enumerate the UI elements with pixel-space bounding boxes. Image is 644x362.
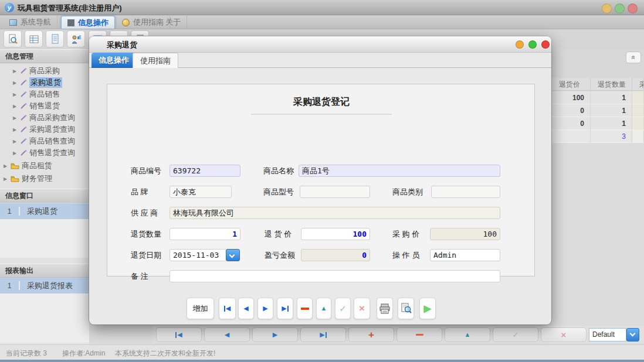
run-report-button[interactable]: ▶ xyxy=(419,298,436,319)
expander-icon[interactable]: ▶ xyxy=(13,151,18,156)
window-minimize-button[interactable] xyxy=(602,4,612,13)
tree-item[interactable]: ▶ 商品采购 xyxy=(13,65,60,77)
prev-record-button[interactable]: ◀ xyxy=(238,298,254,319)
toolbar-table-button[interactable] xyxy=(25,30,43,47)
expander-icon[interactable]: ▶ xyxy=(13,115,18,121)
post-button[interactable]: ✓ xyxy=(335,298,351,319)
tree-item[interactable]: ▶ 商品采购查询 xyxy=(13,112,75,124)
cancel-edit-button[interactable]: × xyxy=(354,298,370,319)
grid-cell-clipped[interactable] xyxy=(632,117,644,130)
window-maximize-button[interactable] xyxy=(615,4,625,13)
nav-delete-button[interactable] xyxy=(396,327,442,342)
model-field[interactable] xyxy=(300,186,370,198)
next-icon: ▶ xyxy=(263,305,267,312)
window-close-button[interactable] xyxy=(628,4,638,13)
tree-item-folder[interactable]: ▶ 商品租赁 xyxy=(4,160,52,172)
preset-dropdown-button[interactable] xyxy=(626,328,639,341)
brand-field[interactable] xyxy=(170,186,232,198)
tree-item-selected[interactable]: ▶ 采购退货 xyxy=(13,77,62,88)
print-button[interactable] xyxy=(377,298,393,319)
next-record-button[interactable]: ▶ xyxy=(257,298,273,319)
dialog-maximize-button[interactable] xyxy=(528,40,537,49)
info-window-row[interactable]: 1 采购退货 xyxy=(0,203,89,219)
expander-icon[interactable]: ▶ xyxy=(13,127,18,132)
expander-icon[interactable]: ▶ xyxy=(13,80,18,86)
tab-info-operation[interactable]: 信息操作 xyxy=(61,16,115,29)
tab-system-nav[interactable]: 系统导航 xyxy=(4,16,57,29)
purchase-price-field[interactable] xyxy=(430,228,500,240)
form-title: 采购退货登记 xyxy=(107,96,535,108)
toolbar-preview-search-button[interactable] xyxy=(4,30,22,47)
dialog-minimize-button[interactable] xyxy=(516,40,524,49)
toolbar-document-button[interactable] xyxy=(46,30,64,47)
profit-loss-field[interactable] xyxy=(301,249,370,261)
dialog-title: 采购退货 xyxy=(107,40,137,50)
app-title: 玩具租赁管理系统(非注册用户) xyxy=(18,3,122,13)
dialog-tab-bar: 信息操作 使用指南 xyxy=(89,53,551,68)
toolbar-person-report-button[interactable] xyxy=(67,30,85,47)
grid-cell-clipped[interactable] xyxy=(632,91,644,104)
tool-icon xyxy=(20,114,27,121)
delete-record-button[interactable] xyxy=(297,298,313,319)
product-name-field[interactable] xyxy=(299,165,500,177)
expander-icon[interactable]: ▶ xyxy=(4,163,8,169)
grid-icon xyxy=(67,19,74,26)
tab-about[interactable]: 关于 xyxy=(160,16,187,29)
return-price-field[interactable] xyxy=(301,228,370,240)
label-operator: 操 作 员 xyxy=(392,249,419,261)
collapse-panel-button[interactable]: « xyxy=(626,52,641,63)
expander-icon[interactable]: ▶ xyxy=(13,104,18,109)
preset-select[interactable]: Default xyxy=(589,328,626,341)
dialog-tab-user-guide[interactable]: 使用指南 xyxy=(133,53,178,68)
nav-prev-button[interactable]: ◀ xyxy=(204,327,250,342)
operator-field[interactable] xyxy=(430,249,500,261)
tree-item[interactable]: ▶ 销售退货查询 xyxy=(13,147,75,159)
first-record-button[interactable]: ◀ xyxy=(219,298,236,319)
expander-icon[interactable]: ▶ xyxy=(13,139,18,144)
label-remark: 备 注 xyxy=(131,270,148,282)
print-preview-button[interactable] xyxy=(398,298,414,319)
top-record-button[interactable]: ▲ xyxy=(316,298,331,319)
expander-icon[interactable]: ▶ xyxy=(13,69,18,74)
last-record-button[interactable]: ▶ xyxy=(277,298,293,319)
nav-next-button[interactable]: ▶ xyxy=(252,327,298,342)
add-button[interactable]: 增加 xyxy=(187,298,214,319)
product-code-field[interactable] xyxy=(170,165,240,177)
grid-cell[interactable]: 0 xyxy=(552,104,591,117)
purchase-return-dialog: 采购退货 信息操作 使用指南 采购退货登记 商品编号 商品名称 品 牌 商品型号… xyxy=(89,36,551,325)
tree-item[interactable]: ▶ 商品销售 xyxy=(13,88,60,100)
tool-icon xyxy=(20,79,27,86)
grid-cell[interactable]: 1 xyxy=(591,91,632,104)
grid-col-header[interactable]: 退货数量 xyxy=(591,78,632,91)
tool-icon xyxy=(20,103,27,110)
report-row[interactable]: 1 采购退货报表 xyxy=(0,278,89,293)
nav-add-button[interactable]: + xyxy=(348,327,394,342)
dialog-close-button[interactable] xyxy=(541,40,550,49)
remark-field[interactable] xyxy=(170,270,500,282)
tree-item[interactable]: ▶ 商品销售查询 xyxy=(13,135,75,147)
nav-cancel-button[interactable]: × xyxy=(541,327,587,342)
grid-cell[interactable]: 100 xyxy=(552,91,591,104)
expander-icon[interactable]: ▶ xyxy=(4,176,8,182)
grid-col-header-clipped[interactable]: 采购价 xyxy=(632,78,644,91)
tree-item[interactable]: ▶ 销售退货 xyxy=(13,100,60,112)
grid-cell[interactable]: 1 xyxy=(591,104,632,117)
nav-last-button[interactable]: ▶ xyxy=(300,327,346,342)
grid-cell[interactable]: 0 xyxy=(552,117,591,130)
dialog-tab-info-operation[interactable]: 信息操作 xyxy=(91,53,136,68)
grid-col-header[interactable]: 退货价 xyxy=(552,78,591,91)
grid-cell[interactable]: 1 xyxy=(591,117,632,130)
grid-cell-clipped[interactable] xyxy=(632,104,644,117)
supplier-field[interactable] xyxy=(170,207,500,219)
nav-top-button[interactable]: ▲ xyxy=(445,327,490,342)
expander-icon[interactable]: ▶ xyxy=(13,92,18,97)
date-dropdown-button[interactable] xyxy=(226,249,240,261)
tree-item[interactable]: ▶ 采购退货查询 xyxy=(13,124,75,135)
category-field[interactable] xyxy=(431,186,500,198)
tool-icon xyxy=(20,149,27,156)
tree-item-folder[interactable]: ▶ 财务管理 xyxy=(4,173,52,185)
nav-confirm-button[interactable]: ✓ xyxy=(493,327,538,342)
return-qty-field[interactable] xyxy=(170,228,240,240)
return-date-field[interactable] xyxy=(170,249,227,261)
nav-first-button[interactable]: ◀ xyxy=(156,327,202,342)
